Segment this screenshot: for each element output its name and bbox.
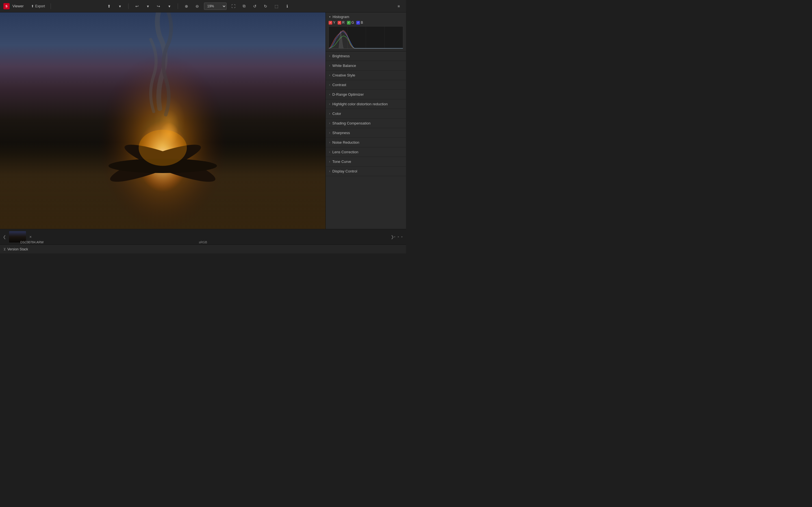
channel-r[interactable]: ✓ R xyxy=(338,20,345,24)
channel-y-label: Y xyxy=(333,20,335,24)
undo-chevron-icon: ▾ xyxy=(147,4,149,8)
toolbar-center-tools: ⬆ ▾ ↩ ▾ ↪ ▾ ⊕ ⊖ 19% Fit 25% 50% 7 xyxy=(105,2,291,10)
zoom-in-icon: ⊕ xyxy=(185,4,188,8)
histogram-header[interactable]: ▼ Histogram xyxy=(328,15,403,19)
info-icon: ℹ xyxy=(287,4,288,8)
image-canvas xyxy=(0,12,325,229)
adj-lens-correction[interactable]: › Lens Correction xyxy=(326,147,406,157)
lens-label: Lens Correction xyxy=(332,150,358,154)
filmstrip-left-arrow[interactable]: ❮ xyxy=(2,234,7,240)
highlight-chevron-icon: › xyxy=(329,103,330,106)
noise-chevron-icon: › xyxy=(329,141,330,144)
svg-point-4 xyxy=(108,159,217,173)
svg-point-5 xyxy=(139,130,187,166)
histogram-graph xyxy=(328,26,403,49)
color-chevron-icon: › xyxy=(329,112,330,115)
adj-color[interactable]: › Color xyxy=(326,109,406,119)
image-viewer[interactable] xyxy=(0,12,325,229)
channel-g-label: G xyxy=(351,20,354,24)
d-range-chevron-icon: › xyxy=(329,93,330,96)
sharpness-chevron-icon: › xyxy=(329,131,330,134)
channel-g[interactable]: ✓ G xyxy=(347,20,354,24)
main-area: ▼ Histogram ✓ Y ✓ R ✓ G ✓ B xyxy=(0,12,406,229)
adj-tone-curve[interactable]: › Tone Curve xyxy=(326,157,406,167)
undo-button[interactable]: ↩ xyxy=(133,2,141,10)
redo-chevron-icon: ▾ xyxy=(168,4,170,8)
adj-brightness[interactable]: › Brightness xyxy=(326,51,406,61)
export-icon: ⬆ xyxy=(31,4,34,8)
filmstrip-close-button[interactable]: × xyxy=(30,235,32,239)
crop-fit-icon: ⛶ xyxy=(232,4,235,8)
settings-button[interactable]: ≡ xyxy=(395,2,403,10)
upload-icon: ⬆ xyxy=(107,4,111,8)
creative-style-chevron-icon: › xyxy=(329,74,330,77)
zoom-in-button[interactable]: ⊕ xyxy=(183,2,191,10)
adj-display-control[interactable]: › Display Control xyxy=(326,167,406,176)
filmstrip-filename: DSC00784.ARW xyxy=(20,240,44,244)
histogram-section: ▼ Histogram ✓ Y ✓ R ✓ G ✓ B xyxy=(326,12,406,51)
svg-rect-1 xyxy=(0,12,325,229)
settings-icon: ≡ xyxy=(398,4,400,8)
adjustments-panel: › Brightness › White Balance › Creative … xyxy=(326,51,406,229)
tone-label: Tone Curve xyxy=(332,160,351,164)
rotate-left-button[interactable]: ↺ xyxy=(251,2,259,10)
info-button[interactable]: ℹ xyxy=(283,2,291,10)
histogram-title: Histogram xyxy=(333,15,349,19)
display-label: Display Control xyxy=(332,169,357,173)
undo-dropdown-button[interactable]: ▾ xyxy=(144,2,152,10)
adj-d-range-optimizer[interactable]: › D-Range Optimizer xyxy=(326,90,406,99)
app-title: Viewer xyxy=(12,4,24,8)
chevron-down-icon: ▾ xyxy=(119,4,121,8)
channel-r-checkbox[interactable]: ✓ xyxy=(338,21,341,24)
shading-label: Shading Compensation xyxy=(332,121,370,125)
upload-button[interactable]: ⬆ xyxy=(105,2,113,10)
export-button[interactable]: ⬆ Export xyxy=(29,3,47,9)
channel-g-checkbox[interactable]: ✓ xyxy=(347,21,351,24)
crop-fit-button[interactable]: ⛶ xyxy=(230,2,237,10)
campfire-svg xyxy=(0,12,325,229)
redo-button[interactable]: ↪ xyxy=(155,2,162,10)
version-stack-label: Version Stack xyxy=(7,247,28,251)
aspect-button[interactable]: ⬚ xyxy=(272,2,280,10)
d-range-label: D-Range Optimizer xyxy=(332,92,364,97)
svg-point-3 xyxy=(121,138,218,188)
channel-y[interactable]: ✓ Y xyxy=(328,20,335,24)
adj-shading-compensation[interactable]: › Shading Compensation xyxy=(326,119,406,128)
filmstrip-colorspace: sRGB xyxy=(199,240,207,244)
adj-highlight-color[interactable]: › Highlight color distortion reduction xyxy=(326,99,406,109)
adj-sharpness[interactable]: › Sharpness xyxy=(326,128,406,138)
adj-creative-style[interactable]: › Creative Style xyxy=(326,70,406,80)
adj-noise-reduction[interactable]: › Noise Reduction xyxy=(326,138,406,147)
histogram-chevron-icon: ▼ xyxy=(328,15,331,18)
toolbar-separator-1 xyxy=(51,3,51,9)
sharpness-label: Sharpness xyxy=(332,131,350,135)
redo-dropdown-button[interactable]: ▾ xyxy=(165,2,173,10)
adj-contrast[interactable]: › Contrast xyxy=(326,80,406,90)
zoom-out-button[interactable]: ⊖ xyxy=(193,2,201,10)
aspect-icon: ⬚ xyxy=(274,4,278,8)
rotate-right-button[interactable]: ↻ xyxy=(262,2,269,10)
campfire-image xyxy=(0,12,325,229)
toolbar-separator-2 xyxy=(128,3,129,9)
lens-chevron-icon: › xyxy=(329,151,330,154)
channel-b-checkbox[interactable]: ✓ xyxy=(356,21,360,24)
version-stack-bar[interactable]: ⊻ Version Stack xyxy=(0,244,406,253)
display-chevron-icon: › xyxy=(329,170,330,173)
filmstrip-more-dots[interactable]: • • • xyxy=(394,235,403,239)
channel-y-checkbox[interactable]: ✓ xyxy=(328,21,332,24)
upload-dropdown-button[interactable]: ▾ xyxy=(116,2,124,10)
rotate-left-icon: ↺ xyxy=(253,4,257,8)
rotate-right-icon: ↻ xyxy=(264,4,267,8)
transform-button[interactable]: ⧉ xyxy=(240,2,248,10)
creative-style-label: Creative Style xyxy=(332,73,355,77)
contrast-label: Contrast xyxy=(332,83,346,87)
zoom-select[interactable]: 19% Fit 25% 50% 75% 100% 200% xyxy=(204,3,226,10)
toolbar-right-tools: ≡ xyxy=(395,2,403,10)
adj-white-balance[interactable]: › White Balance xyxy=(326,61,406,70)
svg-rect-0 xyxy=(0,12,325,229)
highlight-label: Highlight color distortion reduction xyxy=(332,102,388,106)
contrast-chevron-icon: › xyxy=(329,83,330,87)
channel-b[interactable]: ✓ B xyxy=(356,20,363,24)
transform-icon: ⧉ xyxy=(243,4,246,8)
version-stack-icon: ⊻ xyxy=(3,247,6,251)
